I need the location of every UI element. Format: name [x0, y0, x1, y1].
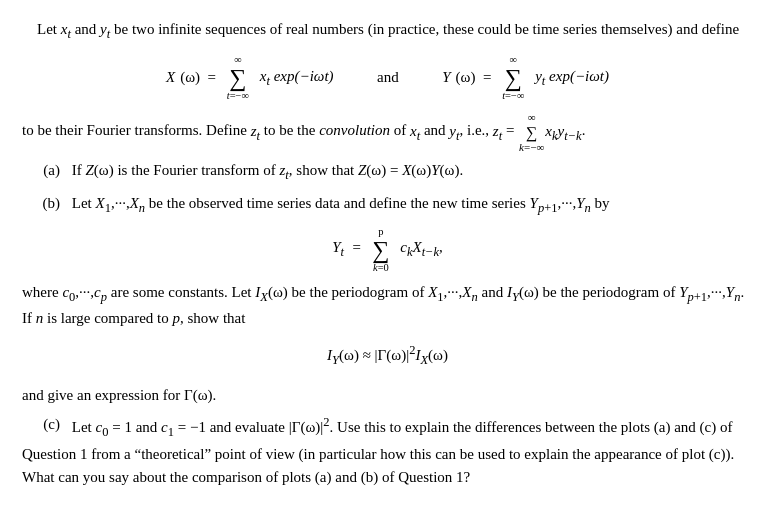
part-c: (c) Let c0 = 1 and c1 = −1 and evaluate … — [22, 413, 753, 489]
y-expr: yt exp(−iωt) — [531, 65, 609, 91]
y-label: Y — [442, 66, 450, 89]
part-c-content: Let c0 = 1 and c1 = −1 and evaluate |Γ(ω… — [22, 419, 734, 485]
and-connector: and — [370, 66, 407, 89]
intro-text: Let xt and yt be two infinite sequences … — [22, 18, 753, 44]
main-content: Let xt and yt be two infinite sequences … — [22, 18, 753, 489]
give-expression-text: and give an expression for Γ(ω). — [22, 384, 753, 407]
x-label: X — [166, 66, 175, 89]
part-c-label: (c) — [22, 413, 60, 436]
yt-lhs: Yt = — [332, 236, 365, 262]
y-formula: Y(ω) = ∞ ∑ t=−∞ yt exp(−iωt) — [442, 54, 609, 101]
yt-sum: p ∑ k=0 — [372, 226, 389, 273]
part-b-content: Let X1,···,Xn be the observed time serie… — [72, 195, 610, 211]
x-sum: ∞ ∑ t=−∞ — [227, 54, 249, 101]
part-a-label: (a) — [22, 159, 60, 182]
y-sum: ∞ ∑ t=−∞ — [502, 54, 524, 101]
after-fourier-text: to be their Fourier transforms. Define z… — [22, 111, 753, 153]
part-a: (a) If Z(ω) is the Fourier transform of … — [22, 159, 753, 185]
yt-expr: ckXt−k, — [396, 236, 442, 262]
after-yt-text: where c0,···,cp are some constants. Let … — [22, 281, 753, 331]
fourier-display: X(ω) = ∞ ∑ t=−∞ xt exp(−iωt) and Y(ω) = … — [22, 54, 753, 101]
part-b-label: (b) — [22, 192, 60, 215]
approx-formula: IY(ω) ≈ |Γ(ω)|2IX(ω) — [22, 341, 753, 370]
part-b: (b) Let X1,···,Xn be the observed time s… — [22, 192, 753, 218]
x-formula: X(ω) = ∞ ∑ t=−∞ xt exp(−iωt) — [166, 54, 334, 101]
x-expr: xt exp(−iωt) — [256, 65, 334, 91]
yt-formula: Yt = p ∑ k=0 ckXt−k, — [22, 226, 753, 273]
part-a-content: If Z(ω) is the Fourier transform of zt, … — [72, 162, 463, 178]
